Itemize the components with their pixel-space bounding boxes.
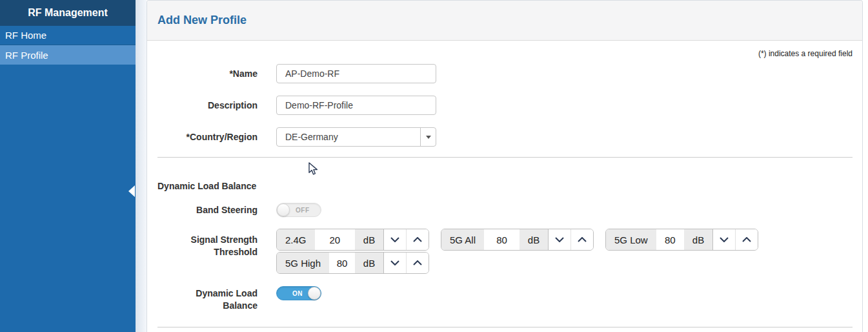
dlb-section-title: Dynamic Load Balance <box>157 181 853 191</box>
spinner-increment-button[interactable] <box>406 229 429 250</box>
band-steering-label: Band Steering <box>157 204 257 216</box>
spinner-decrement-button[interactable] <box>383 253 406 273</box>
band-steering-toggle[interactable]: OFF <box>276 203 321 217</box>
sidebar-gutter <box>136 0 146 332</box>
toggle-state-label: ON <box>292 290 303 297</box>
spinner-value[interactable]: 80 <box>656 229 684 250</box>
country-region-value: DE-Germany <box>277 128 420 146</box>
spinner-5g-high: 5G High 80 dB <box>276 252 429 274</box>
chevron-up-icon <box>578 237 587 242</box>
name-label: *Name <box>157 68 257 80</box>
toggle-knob <box>308 287 321 300</box>
sidebar-item-label: RF Profile <box>5 50 48 61</box>
spinner-increment-button[interactable] <box>406 253 429 273</box>
main-panel: Add New Profile (*) indicates a required… <box>146 0 863 332</box>
section-divider <box>157 327 853 327</box>
dropdown-arrow-icon <box>426 136 431 139</box>
description-input[interactable] <box>276 96 436 115</box>
signal-strength-row: Signal Strength Threshold 2.4G 20 dB <box>157 229 853 274</box>
panel-content: (*) indicates a required field *Name Des… <box>147 49 862 327</box>
rf-management-app: RF Management RF Home RF Profile Add New… <box>0 0 868 332</box>
spinner-5g-all: 5G All 80 dB <box>441 229 594 251</box>
spinner-band-label: 2.4G <box>277 229 315 250</box>
country-region-label: *Country/Region <box>157 131 257 143</box>
dynamic-load-balance-label: Dynamic Load Balance <box>157 286 257 312</box>
signal-strength-spinners: 2.4G 20 dB 5G All 80 dB <box>276 229 767 274</box>
spinner-decrement-button[interactable] <box>548 229 570 250</box>
signal-strength-label: Signal Strength Threshold <box>157 229 257 258</box>
chevron-down-icon <box>390 237 399 242</box>
chevron-down-icon <box>555 237 564 242</box>
chevron-down-icon <box>390 260 399 265</box>
toggle-state-label: OFF <box>296 207 310 214</box>
toggle-knob <box>277 203 290 216</box>
spinner-value[interactable]: 80 <box>329 253 355 273</box>
name-input[interactable] <box>276 64 436 83</box>
spinner-unit-label: dB <box>355 229 383 250</box>
required-field-note: (*) indicates a required field <box>157 49 853 58</box>
sidebar: RF Management RF Home RF Profile <box>0 0 136 332</box>
spinner-decrement-button[interactable] <box>383 229 406 250</box>
chevron-up-icon <box>742 237 751 242</box>
country-region-select[interactable]: DE-Germany <box>276 127 436 147</box>
name-row: *Name <box>157 64 853 83</box>
chevron-down-icon <box>720 237 729 242</box>
spinner-increment-button[interactable] <box>570 229 593 250</box>
spinner-value[interactable]: 20 <box>315 229 355 250</box>
chevron-up-icon <box>413 237 422 242</box>
dynamic-load-balance-row: Dynamic Load Balance ON <box>157 286 853 312</box>
spinner-2-4g: 2.4G 20 dB <box>276 229 429 251</box>
sidebar-item-rf-home[interactable]: RF Home <box>0 26 136 45</box>
spinner-unit-label: dB <box>684 229 712 250</box>
dynamic-load-balance-toggle[interactable]: ON <box>276 286 321 300</box>
spinner-band-label: 5G High <box>277 253 329 273</box>
spinner-decrement-button[interactable] <box>712 229 735 250</box>
sidebar-title: RF Management <box>0 0 136 26</box>
chevron-up-icon <box>413 260 422 265</box>
page-title: Add New Profile <box>157 14 247 27</box>
spinner-unit-label: dB <box>520 229 548 250</box>
description-row: Description <box>157 96 853 115</box>
country-region-dropdown-button[interactable] <box>420 128 436 146</box>
band-steering-row: Band Steering OFF <box>157 203 853 217</box>
country-region-row: *Country/Region DE-Germany <box>157 127 853 147</box>
spinner-unit-label: dB <box>355 253 383 273</box>
sidebar-item-label: RF Home <box>5 30 46 41</box>
spinner-5g-low: 5G Low 80 dB <box>605 229 758 251</box>
section-divider <box>157 157 853 158</box>
spinner-value[interactable]: 80 <box>484 229 520 250</box>
sidebar-item-rf-profile[interactable]: RF Profile <box>0 45 136 65</box>
spinner-increment-button[interactable] <box>735 229 758 250</box>
description-label: Description <box>157 99 257 112</box>
panel-header: Add New Profile <box>147 1 862 41</box>
sidebar-collapse-icon[interactable] <box>128 185 135 197</box>
spinner-band-label: 5G All <box>441 229 484 250</box>
spinner-band-label: 5G Low <box>606 229 656 250</box>
